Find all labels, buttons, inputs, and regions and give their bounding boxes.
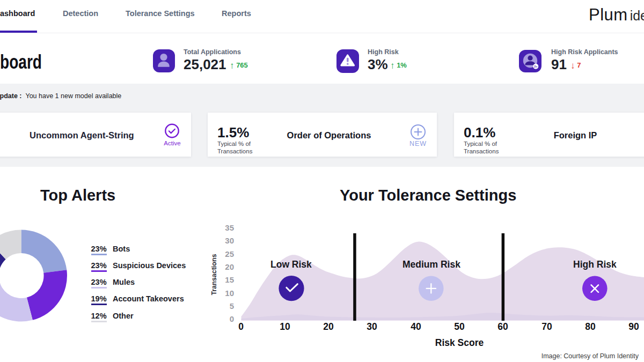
svg-text:2+: 2+ (534, 65, 537, 68)
